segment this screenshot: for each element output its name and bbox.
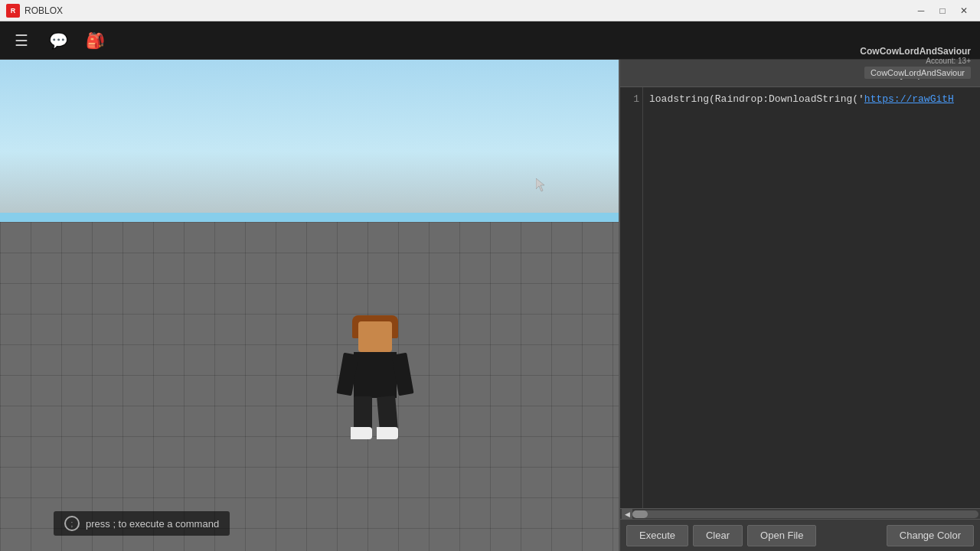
char-shoe-right <box>377 427 398 439</box>
hint-text: press ; to execute a command <box>86 518 219 530</box>
code-text-prefix: loadstring(Raindrop:DownloadString(' <box>649 93 864 105</box>
console-hint: ; press ; to execute a command <box>54 511 230 536</box>
code-url: https://rawGitH <box>864 93 954 105</box>
horizontal-scrollbar[interactable]: ◀ <box>620 508 980 519</box>
synapse-panel: Synapse v3.1.0 1 loadstring(Raindrop:Dow… <box>619 60 980 551</box>
maximize-button[interactable]: □ <box>933 2 952 19</box>
char-leg-right <box>377 396 398 431</box>
clear-button[interactable]: Clear <box>693 525 743 546</box>
window-controls: ─ □ ✕ <box>911 2 974 19</box>
hint-icon: ; <box>64 516 80 531</box>
close-button[interactable]: ✕ <box>954 2 974 19</box>
char-shoe-left <box>351 427 372 439</box>
account-age: Account: 13+ <box>926 57 971 65</box>
titlebar: R ROBLOX ─ □ ✕ <box>0 0 980 21</box>
open-file-button[interactable]: Open File <box>747 525 816 546</box>
chat-icon[interactable]: 💬 <box>46 28 70 53</box>
window-title: ROBLOX <box>24 5 911 16</box>
scrollbar-track[interactable] <box>632 510 978 518</box>
code-content[interactable]: loadstring(Raindrop:DownloadString('http… <box>643 87 980 508</box>
account-badge[interactable]: CowCowLordAndSaviour <box>864 67 971 79</box>
minimize-button[interactable]: ─ <box>911 2 931 19</box>
menu-icon[interactable]: ☰ <box>9 28 34 53</box>
code-editor[interactable]: 1 loadstring(Raindrop:DownloadString('ht… <box>620 87 980 508</box>
char-leg-left <box>354 396 372 430</box>
svg-marker-0 <box>536 178 544 191</box>
account-username: CowCowLordAndSaviour <box>860 46 971 57</box>
synapse-buttons-bar: Execute Clear Open File Change Color <box>620 519 980 551</box>
roblox-logo: R <box>6 4 20 18</box>
account-area: CowCowLordAndSaviour Account: 13+ CowCow… <box>860 43 971 82</box>
execute-button[interactable]: Execute <box>626 525 688 546</box>
backpack-icon[interactable]: 🎒 <box>83 28 107 53</box>
scroll-left-button[interactable]: ◀ <box>622 509 632 520</box>
roblox-navbar: ☰ 💬 🎒 CowCowLordAndSaviour Account: 13+ … <box>0 21 980 60</box>
scrollbar-thumb[interactable] <box>632 510 648 518</box>
line-number-1: 1 <box>623 92 639 107</box>
line-numbers: 1 <box>620 87 643 508</box>
char-body <box>354 352 397 398</box>
change-color-button[interactable]: Change Color <box>887 525 974 546</box>
player-character <box>337 321 413 444</box>
char-head <box>358 321 392 352</box>
mouse-cursor <box>536 178 547 189</box>
